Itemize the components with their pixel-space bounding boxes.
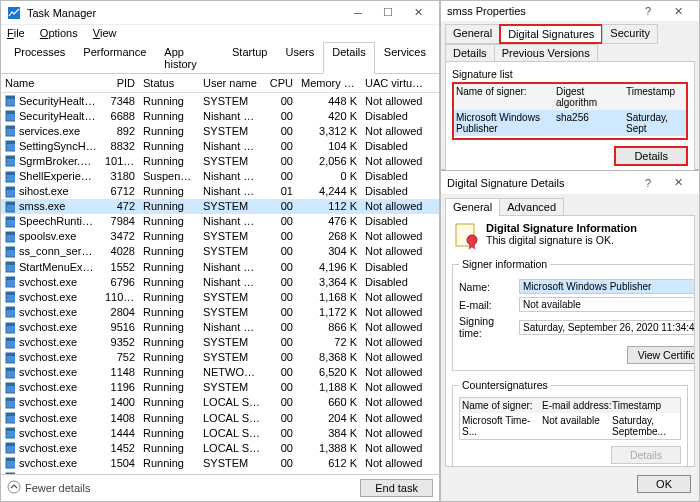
process-row[interactable]: spoolsv.exe3472RunningSYSTEM00268 KNot a…	[1, 229, 439, 244]
props-tab-details[interactable]: Details	[445, 44, 495, 62]
col-cpu[interactable]: CPU	[265, 77, 297, 89]
dsi-heading: Digital Signature Information	[486, 222, 637, 234]
process-row[interactable]: SgrmBroker.exe10144RunningSYSTEM002,056 …	[1, 153, 439, 168]
dsd-tab-advanced[interactable]: Advanced	[499, 198, 564, 216]
tab-startup[interactable]: Startup	[223, 42, 276, 74]
cell-user: SYSTEM	[199, 230, 265, 242]
col-uac-virtualiz-[interactable]: UAC virtualiz...	[361, 77, 431, 89]
menu-view[interactable]: View	[93, 27, 117, 39]
process-row[interactable]: svchost.exe1196RunningSYSTEM001,188 KNot…	[1, 380, 439, 395]
cscol-email[interactable]: E-mail address:	[542, 400, 612, 411]
minimize-button[interactable]: ─	[343, 3, 373, 23]
props-help-button[interactable]: ?	[633, 1, 663, 21]
tab-app-history[interactable]: App history	[155, 42, 223, 74]
tab-users[interactable]: Users	[276, 42, 323, 74]
menu-file[interactable]: File	[7, 27, 25, 39]
fewer-details-button[interactable]: Fewer details	[7, 480, 90, 496]
process-row[interactable]: svchost.exe1504RunningSYSTEM00612 KNot a…	[1, 455, 439, 470]
menu-options[interactable]: Options	[40, 27, 78, 39]
signature-list[interactable]: Name of signer: Digest algorithm Timesta…	[452, 82, 688, 140]
process-icon	[1, 94, 15, 107]
time-value[interactable]: Saturday, September 26, 2020 11:34:47 AM	[519, 320, 695, 335]
sigcol-digest[interactable]: Digest algorithm	[556, 86, 626, 108]
col-name[interactable]: Name	[1, 77, 101, 89]
process-icon	[1, 426, 15, 439]
process-icon	[1, 320, 15, 333]
sigcol-name[interactable]: Name of signer:	[456, 86, 556, 108]
process-icon	[1, 109, 15, 122]
siglist-row[interactable]: Microsoft Windows Publisher sha256 Satur…	[454, 110, 686, 136]
cell-user: Nishant G...	[199, 321, 265, 333]
process-row[interactable]: svchost.exe1408RunningLOCAL SE...00204 K…	[1, 410, 439, 425]
tab-processes[interactable]: Processes	[5, 42, 74, 74]
cell-uac: Not allowed	[361, 457, 431, 469]
cscol-ts[interactable]: Timestamp	[612, 400, 678, 411]
cell-pid: 1148	[101, 366, 139, 378]
process-row[interactable]: sihost.exe6712RunningNishant G...014,244…	[1, 184, 439, 199]
process-row[interactable]: services.exe892RunningSYSTEM003,312 KNot…	[1, 123, 439, 138]
tm-process-list[interactable]: SecurityHealthServic...7348RunningSYSTEM…	[1, 93, 439, 474]
col-memory-a-[interactable]: Memory (a...	[297, 77, 361, 89]
props-close-button[interactable]: ✕	[663, 1, 693, 21]
end-task-button[interactable]: End task	[360, 479, 433, 497]
name-value[interactable]: Microsoft Windows Publisher	[519, 279, 695, 294]
maximize-button[interactable]: ☐	[373, 3, 403, 23]
cell-name: svchost.exe	[15, 336, 101, 348]
cell-status: Running	[139, 276, 199, 288]
process-row[interactable]: svchost.exe1400RunningLOCAL SE...00660 K…	[1, 395, 439, 410]
cell-status: Running	[139, 291, 199, 303]
process-row[interactable]: svchost.exe1452RunningLOCAL SE...001,388…	[1, 440, 439, 455]
cs-list[interactable]: Name of signer: E-mail address: Timestam…	[459, 397, 681, 440]
tab-performance[interactable]: Performance	[74, 42, 155, 74]
props-tab-general[interactable]: General	[445, 24, 500, 44]
view-certificate-button[interactable]: View Certificate	[627, 346, 695, 364]
process-row[interactable]: svchost.exe6796RunningNishant G...003,36…	[1, 274, 439, 289]
cell-pid: 7984	[101, 215, 139, 227]
process-row[interactable]: StartMenuExperienc...1552RunningNishant …	[1, 259, 439, 274]
col-pid[interactable]: PID	[101, 77, 139, 89]
props-tabs: GeneralDigital SignaturesSecurityDetails…	[441, 21, 699, 61]
col-user-name[interactable]: User name	[199, 77, 265, 89]
col-status[interactable]: Status	[139, 77, 199, 89]
process-row[interactable]: SecurityHealthServic...7348RunningSYSTEM…	[1, 93, 439, 108]
tm-titlebar[interactable]: Task Manager ─ ☐ ✕	[1, 1, 439, 25]
process-row[interactable]: svchost.exe9352RunningSYSTEM0072 KNot al…	[1, 335, 439, 350]
tab-details[interactable]: Details	[323, 42, 375, 74]
sig-details-button[interactable]: Details	[614, 146, 688, 166]
ok-button[interactable]: OK	[637, 475, 691, 493]
sigcol-timestamp[interactable]: Timestamp	[626, 86, 684, 108]
cell-pid: 1452	[101, 442, 139, 454]
props-titlebar[interactable]: smss Properties ? ✕	[441, 1, 699, 21]
process-row[interactable]: smss.exe472RunningSYSTEM00112 KNot allow…	[1, 199, 439, 214]
process-row[interactable]: svchost.exe1148RunningNETWORK...006,520 …	[1, 365, 439, 380]
cell-user: Nishant G...	[199, 110, 265, 122]
process-icon	[1, 275, 15, 288]
email-value[interactable]: Not available	[519, 297, 695, 312]
props-tab-security[interactable]: Security	[602, 24, 658, 44]
process-row[interactable]: ss_conn_service.exe4028RunningSYSTEM0030…	[1, 244, 439, 259]
process-row[interactable]: svchost.exe1444RunningLOCAL SE...00384 K…	[1, 425, 439, 440]
cell-name: svchost.exe	[15, 321, 101, 333]
process-row[interactable]: ShellExperienceHost....3180SuspendedNish…	[1, 168, 439, 183]
props-tab-digital-signatures[interactable]: Digital Signatures	[499, 24, 603, 44]
tab-services[interactable]: Services	[375, 42, 435, 74]
process-row[interactable]: svchost.exe9516RunningNishant G...00866 …	[1, 319, 439, 334]
process-row[interactable]: svchost.exe11068RunningSYSTEM001,168 KNo…	[1, 289, 439, 304]
dsd-titlebar[interactable]: Digital Signature Details ? ✕	[441, 171, 699, 195]
process-row[interactable]: SettingSyncHost.exe8832RunningNishant G.…	[1, 138, 439, 153]
dsd-close-button[interactable]: ✕	[663, 173, 693, 193]
cell-status: Running	[139, 110, 199, 122]
process-row[interactable]: svchost.exe2804RunningSYSTEM001,172 KNot…	[1, 304, 439, 319]
process-icon	[1, 411, 15, 424]
svg-rect-32	[6, 323, 15, 326]
dsd-tab-general[interactable]: General	[445, 198, 500, 216]
process-row[interactable]: SpeechRuntime.exe7984RunningNishant G...…	[1, 214, 439, 229]
dsd-help-button[interactable]: ?	[633, 173, 663, 193]
process-row[interactable]: SecurityHealthSystra...6688RunningNishan…	[1, 108, 439, 123]
close-button[interactable]: ✕	[403, 3, 433, 23]
process-row[interactable]: svchost.exe752RunningSYSTEM008,368 KNot …	[1, 350, 439, 365]
cscol-name[interactable]: Name of signer:	[462, 400, 542, 411]
cs-row[interactable]: Microsoft Time-S... Not available Saturd…	[460, 413, 680, 439]
props-tab-previous-versions[interactable]: Previous Versions	[494, 44, 598, 62]
svg-rect-22	[6, 247, 15, 250]
